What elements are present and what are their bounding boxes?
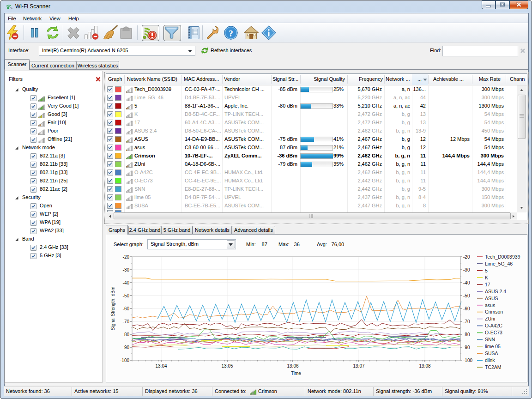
svg-text:17: 17 <box>485 282 490 287</box>
svg-text:13:04: 13:04 <box>155 363 167 369</box>
svg-text:13:06: 13:06 <box>287 363 298 369</box>
svg-text:ASUS 2.4: ASUS 2.4 <box>485 289 506 294</box>
svg-text:Tech_D0003939: Tech_D0003939 <box>485 254 520 260</box>
svg-text:lime 05: lime 05 <box>485 344 501 349</box>
svg-text:-20: -20 <box>123 254 130 260</box>
svg-text:Lime_5G_46: Lime_5G_46 <box>485 261 513 266</box>
svg-text:Crimson: Crimson <box>485 309 503 314</box>
svg-text:ZUni: ZUni <box>485 316 495 321</box>
svg-text:Signal Strength, dBm: Signal Strength, dBm <box>110 287 115 331</box>
svg-text:13:05: 13:05 <box>221 363 233 369</box>
svg-text:SUSA: SUSA <box>485 351 498 356</box>
svg-text:-50: -50 <box>463 293 470 298</box>
svg-text:13:07: 13:07 <box>353 363 364 369</box>
svg-text:-40: -40 <box>463 280 470 285</box>
svg-text:K: K <box>485 275 488 280</box>
svg-text:-40: -40 <box>123 280 130 285</box>
svg-text:O-EC73: O-EC73 <box>485 330 502 335</box>
svg-text:-50: -50 <box>123 293 130 298</box>
svg-text:-30: -30 <box>123 267 130 272</box>
svg-text:?: ? <box>229 29 233 38</box>
svg-text:-70: -70 <box>123 319 130 324</box>
svg-text:SNN: SNN <box>485 337 495 342</box>
svg-text:O-A42C: O-A42C <box>485 323 502 328</box>
svg-text:TC2AM: TC2AM <box>485 364 502 370</box>
svg-text:13:08: 13:08 <box>419 363 430 369</box>
svg-text:-80: -80 <box>123 332 130 337</box>
svg-text:-90: -90 <box>123 345 130 350</box>
svg-text:-30: -30 <box>463 267 470 272</box>
svg-text:-60: -60 <box>123 306 130 311</box>
svg-text:Time: Time <box>291 371 301 376</box>
svg-text:5: 5 <box>485 268 488 273</box>
svg-text:-100: -100 <box>120 358 129 363</box>
svg-text:-90: -90 <box>463 345 470 350</box>
svg-text:dlink: dlink <box>485 357 495 363</box>
svg-text:-80: -80 <box>463 332 470 337</box>
svg-text:-20: -20 <box>463 254 470 260</box>
svg-text:asus: asus <box>485 302 495 308</box>
svg-text:-70: -70 <box>463 319 470 324</box>
svg-text:ASUS: ASUS <box>485 296 498 301</box>
svg-text:-100: -100 <box>463 358 472 363</box>
svg-text:-60: -60 <box>463 306 470 311</box>
